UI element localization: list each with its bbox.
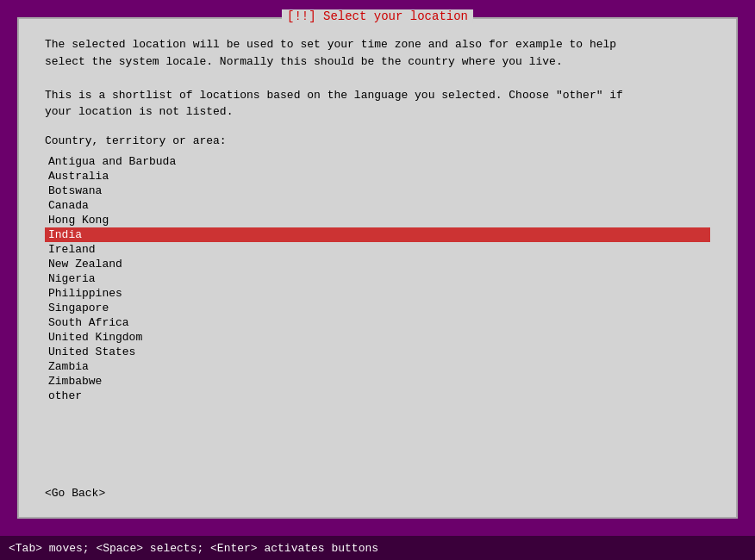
list-item[interactable]: Zambia bbox=[45, 359, 710, 374]
list-item[interactable]: Singapore bbox=[45, 301, 710, 315]
list-item[interactable]: Canada bbox=[45, 198, 710, 213]
list-item[interactable]: New Zealand bbox=[45, 257, 710, 271]
status-text: <Tab> moves; <Space> selects; <Enter> ac… bbox=[9, 542, 378, 555]
status-bar: <Tab> moves; <Space> selects; <Enter> ac… bbox=[0, 536, 755, 560]
list-item[interactable]: Antigua and Barbuda bbox=[45, 154, 710, 169]
description: The selected location will be used to se… bbox=[45, 36, 710, 121]
dialog-title: [!!] Select your location bbox=[282, 9, 473, 23]
go-back-button[interactable]: <Go Back> bbox=[45, 487, 105, 500]
dialog-box: [!!] Select your location The selected l… bbox=[17, 17, 738, 519]
list-item[interactable]: other bbox=[45, 389, 710, 403]
list-item[interactable]: South Africa bbox=[45, 315, 710, 330]
list-item[interactable]: Hong Kong bbox=[45, 213, 710, 227]
country-list[interactable]: Antigua and BarbudaAustraliaBotswanaCana… bbox=[45, 154, 710, 474]
list-item[interactable]: Nigeria bbox=[45, 271, 710, 286]
list-item[interactable]: Botswana bbox=[45, 184, 710, 198]
list-item[interactable]: Australia bbox=[45, 169, 710, 184]
list-item[interactable]: Philippines bbox=[45, 286, 710, 301]
desc-line1: The selected location will be used to se… bbox=[45, 38, 616, 51]
desc-line2: select the system locale. Normally this … bbox=[45, 55, 563, 68]
list-item[interactable]: United States bbox=[45, 345, 710, 359]
list-item[interactable]: Ireland bbox=[45, 242, 710, 257]
dialog-content: The selected location will be used to se… bbox=[19, 19, 736, 517]
country-label: Country, territory or area: bbox=[45, 134, 710, 147]
buttons-row: <Go Back> bbox=[45, 487, 710, 500]
list-item[interactable]: Zimbabwe bbox=[45, 374, 710, 389]
desc-line4: This is a shortlist of locations based o… bbox=[45, 89, 623, 102]
list-item[interactable]: United Kingdom bbox=[45, 330, 710, 345]
desc-line5: your location is not listed. bbox=[45, 105, 233, 118]
list-item[interactable]: India bbox=[45, 227, 710, 242]
